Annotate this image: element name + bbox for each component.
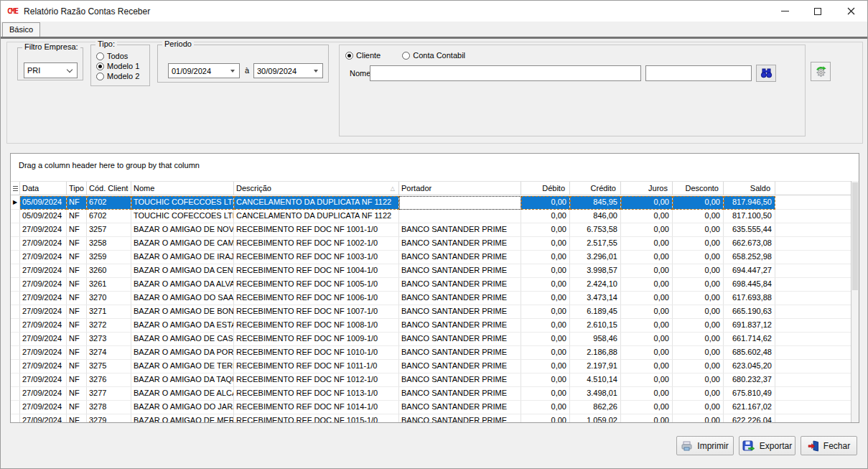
cell-credito[interactable]: 2.186,88 [570, 346, 621, 360]
cell-credito[interactable]: 845,95 [570, 196, 621, 210]
cell-credito[interactable]: 6.189,45 [570, 305, 621, 319]
cell-tipo[interactable]: NF [67, 278, 87, 292]
cell-desc[interactable]: RECEBIMENTO REF DOC NF 1006-1/0 [234, 292, 399, 305]
cell-data[interactable]: 27/09/2024 [20, 251, 67, 264]
cell-portador[interactable]: BANCO SANTANDER PRIME [399, 373, 521, 387]
cell-desconto[interactable]: 0,00 [673, 319, 724, 333]
table-row[interactable]: 27/09/2024NF3257BAZAR O AMIGAO DE NOVA I… [11, 223, 851, 237]
cell-data[interactable]: 27/09/2024 [20, 237, 67, 251]
code-input[interactable] [645, 65, 752, 81]
empresa-select[interactable]: PRI [24, 62, 78, 78]
cell-nome[interactable]: BAZAR O AMIGAO DO SAARA [131, 292, 234, 305]
cell-tipo[interactable]: NF [67, 292, 87, 305]
cell-saldo[interactable]: 817.100,50 [724, 210, 775, 223]
cell-nome[interactable]: BAZAR O AMIGAO DA TAQUA [131, 373, 234, 387]
cell-desc[interactable]: RECEBIMENTO REF DOC NF 1011-1/0 [234, 360, 399, 373]
cell-portador[interactable]: BANCO SANTANDER PRIME [399, 305, 521, 319]
cell-juros[interactable]: 0,00 [621, 305, 673, 319]
cell-tipo[interactable]: NF [67, 401, 87, 414]
cell-debito[interactable]: 0,00 [521, 196, 570, 210]
find-button[interactable] [756, 65, 776, 82]
cell-data[interactable]: 05/09/2024 [20, 210, 67, 223]
cell-credito[interactable]: 3.498,01 [570, 387, 621, 401]
cell-saldo[interactable]: 698.445,84 [724, 278, 775, 292]
imprimir-button[interactable]: Imprimir [676, 436, 734, 455]
cell-juros[interactable]: 0,00 [621, 414, 673, 422]
cell-debito[interactable]: 0,00 [521, 414, 570, 422]
table-row[interactable]: 27/09/2024NF3273BAZAR O AMIGAO DE CASCAR… [11, 333, 851, 346]
cell-desc[interactable]: RECEBIMENTO REF DOC NF 1014-1/0 [234, 401, 399, 414]
cell-juros[interactable]: 0,00 [621, 237, 673, 251]
cell-portador[interactable]: BANCO SANTANDER PRIME [399, 401, 521, 414]
cell-juros[interactable]: 0,00 [621, 196, 673, 210]
cell-juros[interactable]: 0,00 [621, 251, 673, 264]
date-to-select[interactable]: 30/09/2024 [253, 63, 323, 78]
cell-data[interactable]: 27/09/2024 [20, 414, 67, 422]
cell-desconto[interactable]: 0,00 [673, 237, 724, 251]
cell-desconto[interactable]: 0,00 [673, 223, 724, 237]
close-button[interactable] [834, 1, 867, 22]
cell-data[interactable]: 27/09/2024 [20, 264, 67, 278]
table-row[interactable]: 27/09/2024NF3278BAZAR O AMIGAO DO JARAGR… [11, 401, 851, 414]
cell-desc[interactable]: RECEBIMENTO REF DOC NF 1008-1/0 [234, 319, 399, 333]
cell-desc[interactable]: RECEBIMENTO REF DOC NF 1001-1/0 [234, 223, 399, 237]
cell-credito[interactable]: 3.998,57 [570, 264, 621, 278]
table-row[interactable]: ▶05/09/2024NF6702TOUCHIC COFECCOES LTDAC… [11, 196, 851, 210]
cell-saldo[interactable]: 658.252,98 [724, 251, 775, 264]
column-header-saldo[interactable]: Saldo [724, 182, 775, 195]
cell-tipo[interactable]: NF [67, 360, 87, 373]
cell-credito[interactable]: 2.610,15 [570, 319, 621, 333]
cell-credito[interactable]: 846,00 [570, 210, 621, 223]
cell-credito[interactable]: 1.059,02 [570, 414, 621, 422]
cell-nome[interactable]: BAZAR O AMIGAO DE ALCANT [131, 387, 234, 401]
cell-nome[interactable]: BAZAR O AMIGAO DA PORTE [131, 346, 234, 360]
cell-data[interactable]: 05/09/2024 [20, 196, 67, 210]
cell-credito[interactable]: 4.510,14 [570, 373, 621, 387]
cell-portador[interactable]: BANCO SANTANDER PRIME [399, 292, 521, 305]
cell-desc[interactable]: RECEBIMENTO REF DOC NF 1007-1/0 [234, 305, 399, 319]
date-from-select[interactable]: 01/09/2024 [168, 63, 240, 78]
cell-debito[interactable]: 0,00 [521, 373, 570, 387]
cell-tipo[interactable]: NF [67, 305, 87, 319]
cell-tipo[interactable]: NF [67, 373, 87, 387]
cell-credito[interactable]: 3.473,14 [570, 292, 621, 305]
cell-portador[interactable]: BANCO SANTANDER PRIME [399, 223, 521, 237]
cell-juros[interactable]: 0,00 [621, 373, 673, 387]
radio-tipo-modelo-2[interactable]: Modelo 2 [96, 72, 139, 80]
table-row[interactable]: 27/09/2024NF3277BAZAR O AMIGAO DE ALCANT… [11, 387, 851, 401]
scrollbar-thumb[interactable] [852, 182, 858, 290]
cell-debito[interactable]: 0,00 [521, 319, 570, 333]
cell-cod[interactable]: 3257 [87, 223, 131, 237]
cell-desc[interactable]: RECEBIMENTO REF DOC NF 1012-1/0 [234, 373, 399, 387]
cell-debito[interactable]: 0,00 [521, 387, 570, 401]
cell-desconto[interactable]: 0,00 [673, 278, 724, 292]
table-row[interactable]: 05/09/2024NF6702TOUCHIC COFECCOES LTDACA… [11, 210, 851, 223]
cell-debito[interactable]: 0,00 [521, 401, 570, 414]
cell-cod[interactable]: 3260 [87, 264, 131, 278]
column-header-desc[interactable]: Descrição△ [234, 182, 399, 195]
cell-portador[interactable] [399, 210, 521, 223]
minimize-button[interactable] [768, 1, 801, 22]
table-row[interactable]: 27/09/2024NF3259BAZAR O AMIGAO DE IRAJA … [11, 251, 851, 264]
nome-input[interactable] [370, 65, 641, 81]
cell-data[interactable]: 27/09/2024 [20, 346, 67, 360]
cell-nome[interactable]: BAZAR O AMIGAO DA ESTAC. [131, 319, 234, 333]
cell-debito[interactable]: 0,00 [521, 251, 570, 264]
cell-desconto[interactable]: 0,00 [673, 305, 724, 319]
cell-nome[interactable]: TOUCHIC COFECCOES LTDA [131, 210, 234, 223]
cell-juros[interactable]: 0,00 [621, 333, 673, 346]
cell-cod[interactable]: 3272 [87, 319, 131, 333]
vertical-scrollbar[interactable] [851, 181, 859, 422]
cell-desc[interactable]: RECEBIMENTO REF DOC NF 1013-1/0 [234, 387, 399, 401]
cell-saldo[interactable]: 685.602,48 [724, 346, 775, 360]
cell-cod[interactable]: 3277 [87, 387, 131, 401]
cell-desc[interactable]: RECEBIMENTO REF DOC NF 1010-1/0 [234, 346, 399, 360]
cell-juros[interactable]: 0,00 [621, 319, 673, 333]
table-row[interactable]: 27/09/2024NF3270BAZAR O AMIGAO DO SAARAR… [11, 292, 851, 305]
cell-data[interactable]: 27/09/2024 [20, 333, 67, 346]
cell-tipo[interactable]: NF [67, 387, 87, 401]
column-header-cod[interactable]: Cód. Cliente [87, 182, 131, 195]
cell-debito[interactable]: 0,00 [521, 264, 570, 278]
cell-desconto[interactable]: 0,00 [673, 346, 724, 360]
cell-portador[interactable]: BANCO SANTANDER PRIME [399, 360, 521, 373]
